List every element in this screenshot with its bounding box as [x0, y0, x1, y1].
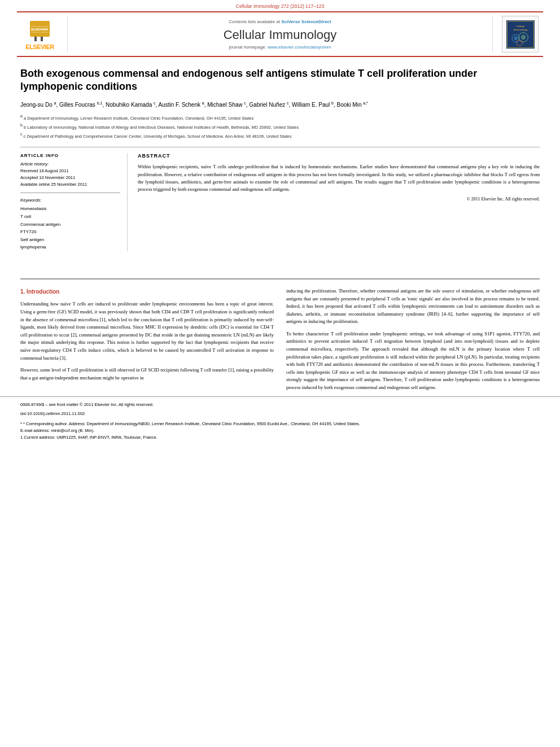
keyword-2: T cell [20, 213, 120, 221]
article-dates: Received 18 August 2011 Accepted 10 Nove… [20, 168, 120, 188]
elsevier-tree-svg: ELSEVIER [24, 18, 55, 43]
keyword-4: FTY720 [20, 228, 120, 236]
abstract-title: ABSTRACT [138, 153, 540, 159]
authors-line: Jeong-su Do a, Gilles Foucras b,1, Nobuh… [20, 101, 540, 109]
svg-point-14 [520, 34, 525, 39]
top-reference-bar: Cellular Immunology 272 (2012) 117–123 [0, 0, 560, 11]
affil-b: b b Laboratory of Immunology, National I… [20, 123, 540, 130]
footnote-email: E-mail address: minb@ccf.org (B. Min). [20, 427, 540, 434]
intro-para-2: However, some level of T cell proliferat… [20, 366, 274, 382]
sciverse-link[interactable]: SciVerse ScienceDirect [281, 19, 331, 24]
footnote-section: 0008-8749/$ – see front matter © 2011 El… [0, 396, 560, 441]
svg-text:Cellular: Cellular [516, 24, 525, 27]
left-body-column: 1. Introduction Understanding how naïve … [20, 287, 274, 396]
abstract-text: Within lymphopenic recipients, naïve T c… [138, 163, 540, 193]
info-abstract-section: ARTICLE INFO Article history: Received 1… [20, 147, 540, 251]
abstract-column: ABSTRACT Within lymphopenic recipients, … [138, 153, 540, 251]
accepted-date: Accepted 10 November 2011 [20, 174, 120, 181]
copyright-footer: 0008-8749/$ – see front matter © 2011 El… [20, 401, 540, 408]
footnote-corresponding: * * Corresponding author. Address: Depar… [20, 421, 540, 427]
section-separator [20, 278, 540, 279]
intro-heading: 1. Introduction [20, 287, 274, 296]
keyword-5: Self antigen [20, 236, 120, 244]
journal-cover-svg: Cellular Immunology [506, 20, 535, 49]
page-wrapper: Cellular Immunology 272 (2012) 117–123 E… [0, 0, 560, 747]
intro-para-1: Understanding how naïve T cells are indu… [20, 300, 274, 362]
elsevier-logo-container: ELSEVIER ELSEVIER [17, 16, 68, 53]
right-para-1: inducing the proliferation. Therefore, w… [286, 287, 540, 326]
svg-text:Immunology: Immunology [513, 28, 527, 30]
right-body-column: inducing the proliferation. Therefore, w… [286, 287, 540, 396]
journal-icon-box: Cellular Immunology [502, 16, 539, 53]
right-para-2: To better characterize T cell proliferat… [286, 330, 540, 392]
elsevier-wordmark: ELSEVIER [25, 43, 54, 50]
affil-a: a a Department of Immunology, Lerner Res… [20, 113, 540, 121]
article-title: Both exogenous commensal and endogenous … [20, 67, 540, 94]
sciverse-line: Contents lists available at SciVerse Sci… [229, 19, 331, 24]
keyword-6: lymphopenia [20, 243, 120, 251]
keywords-list: Homeostasis T cell Commensal antigen FTY… [20, 205, 120, 251]
history-label: Article history: [20, 161, 120, 167]
article-content: Both exogenous commensal and endogenous … [0, 57, 560, 270]
svg-rect-2 [41, 37, 43, 41]
keyword-1: Homeostasis [20, 205, 120, 213]
body-content: 1. Introduction Understanding how naïve … [0, 287, 560, 396]
homepage-label: journal homepage: [229, 45, 268, 50]
sciverse-text: Contents lists available at [229, 19, 280, 24]
homepage-link[interactable]: www.elsevier.com/locate/ycimm [268, 45, 331, 50]
affil-c: c c Department of Pathology and Comprehe… [20, 132, 540, 139]
svg-point-12 [514, 36, 518, 40]
header-center: Contents lists available at SciVerse Sci… [68, 16, 492, 53]
journal-homepage: journal homepage: www.elsevier.com/locat… [229, 45, 331, 50]
article-info-title: ARTICLE INFO [20, 153, 120, 158]
elsevier-logo: ELSEVIER ELSEVIER [24, 18, 55, 50]
journal-header: ELSEVIER ELSEVIER Contents lists availab… [17, 11, 543, 57]
journal-title: Cellular Immunology [224, 28, 337, 42]
article-info-column: ARTICLE INFO Article history: Received 1… [20, 153, 128, 251]
doi-line: doi:10.1016/j.cellimm.2011.11.002 [20, 410, 540, 417]
journal-reference: Cellular Immunology 272 (2012) 117–123 [236, 3, 324, 9]
svg-rect-1 [34, 37, 37, 41]
received-date: Received 18 August 2011 [20, 168, 120, 174]
footnote-current-address: 1 Current address: UMR1225, IHAP, INP-EN… [20, 434, 540, 441]
keywords-label: Keywords: [20, 198, 120, 203]
keyword-3: Commensal antigen [20, 221, 120, 229]
available-date: Available online 25 November 2011 [20, 181, 120, 188]
journal-icon-container: Cellular Immunology [492, 16, 543, 53]
abstract-copyright: © 2011 Elsevier Inc. All rights reserved… [138, 196, 540, 202]
affiliations: a a Department of Immunology, Lerner Res… [20, 113, 540, 139]
info-divider [20, 193, 120, 193]
